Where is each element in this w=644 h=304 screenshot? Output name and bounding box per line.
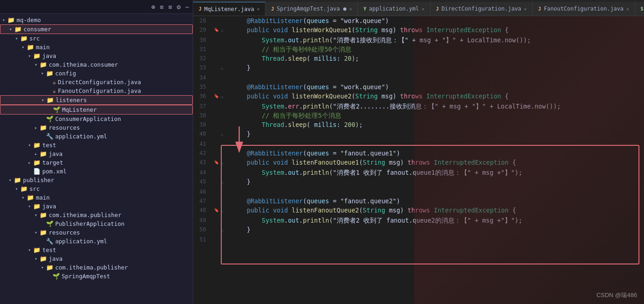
minimize-icon[interactable]: − (185, 3, 189, 11)
gutter-fold[interactable]: ◇ (221, 158, 230, 168)
line-content: public void listenFanoutQueue1(String ms… (230, 158, 644, 167)
tree-expand-arrow[interactable]: ▾ (13, 36, 20, 41)
tree-expand-arrow[interactable]: ▾ (39, 98, 46, 103)
tab-close-button[interactable]: ✕ (257, 6, 259, 11)
gutter-fold[interactable]: ◇ (221, 177, 230, 187)
tree-expand-arrow[interactable]: ▸ (26, 160, 33, 165)
fold-end-icon[interactable]: ◇ (221, 228, 223, 233)
tab-application-yml[interactable]: Y application.yml ✕ (358, 2, 430, 16)
folder-icon: 📁 (46, 264, 53, 271)
sidebar-item-src-p[interactable]: ▾📁src (0, 184, 193, 193)
sidebar-item-app-yaml-c[interactable]: 🔧application.yml (0, 132, 193, 141)
tab-FanoutConfiguration[interactable]: J FanoutConfiguration.java ✕ (533, 2, 635, 16)
tab-close-button[interactable]: ✕ (524, 6, 527, 11)
tree-expand-arrow[interactable]: ▾ (26, 53, 33, 58)
sidebar-item-publisher[interactable]: ▾📁publisher (0, 176, 193, 184)
sidebar-item-resources-p[interactable]: ▾📁resources (0, 228, 193, 237)
fold-icon[interactable]: ◇ (221, 161, 223, 166)
tree-expand-arrow[interactable]: ▾ (32, 62, 40, 67)
sidebar-item-test-c[interactable]: ▾📁test (0, 141, 193, 149)
gutter-bookmark[interactable]: 🔖 (212, 92, 221, 101)
sidebar-item-pom-c[interactable]: 📄pom.xml (0, 167, 193, 176)
gutter-bookmark[interactable]: 🔖 (212, 158, 221, 167)
tab-close-button[interactable]: ✕ (627, 6, 629, 11)
tab-close-button[interactable]: ✕ (422, 6, 425, 11)
sidebar-item-listeners[interactable]: ▾📁listeners (0, 95, 193, 105)
sidebar-item-consumer[interactable]: ▾📁consumer (0, 24, 193, 34)
sidebar-item-java-c[interactable]: ▾📁java (0, 52, 193, 60)
tree-expand-arrow[interactable]: ▾ (19, 195, 27, 200)
spring-icon: 🌱 (52, 273, 60, 280)
sidebar-item-app-yaml-p[interactable]: 🔧application.yml (0, 237, 193, 246)
tree-expand-arrow[interactable]: ▾ (32, 256, 40, 261)
sidebar-item-ConsumerApplication[interactable]: 🌱ConsumerApplication (0, 115, 193, 123)
tree-item-label: com.itheima.consumer (49, 61, 118, 68)
sidebar-item-MqListener[interactable]: 🌱MqListener (0, 105, 193, 115)
tree-expand-arrow[interactable]: ▸ (32, 151, 40, 156)
gutter-bookmark[interactable]: 🔖 (212, 206, 221, 215)
sidebar-item-FanoutConfiguration[interactable]: ☕FanoutConfiguration.java (0, 86, 193, 95)
sidebar-item-DirectConfiguration[interactable]: ☕DirectConfiguration.java (0, 78, 193, 86)
fold-end-icon[interactable]: ◇ (221, 132, 223, 137)
sidebar-item-com-c[interactable]: ▾📁com.itheima.consumer (0, 60, 193, 69)
sidebar-item-test-p[interactable]: ▾📁test (0, 246, 193, 254)
fold-icon[interactable]: ◇ (221, 29, 223, 33)
line-content: Thread.sleep( millis: 20); (230, 54, 644, 63)
fold-end-icon[interactable]: ◇ (221, 66, 223, 71)
fold-end-icon[interactable]: ◇ (221, 180, 223, 185)
yaml-icon: 🔧 (46, 238, 53, 245)
settings-icon[interactable]: ⚙ (177, 3, 180, 11)
bookmark-icon[interactable]: 🔖 (214, 206, 219, 215)
sidebar-item-PublisherApplication[interactable]: 🌱PublisherApplication (0, 219, 193, 228)
sidebar-item-java-p[interactable]: ▾📁java (0, 202, 193, 211)
gutter-fold[interactable]: ◇ (221, 92, 230, 102)
sidebar-item-src-c[interactable]: ▾📁src (0, 34, 193, 43)
expand-all-icon[interactable]: ≡ (168, 3, 172, 11)
gutter-bookmark[interactable]: 🔖 (212, 25, 221, 34)
sidebar-item-java-test-p[interactable]: ▾📁java (0, 254, 193, 263)
tab-close-button[interactable]: ✕ (349, 6, 352, 11)
sidebar-item-main-c[interactable]: ▾📁main (0, 43, 193, 52)
collapse-all-icon[interactable]: ≡ (160, 3, 163, 11)
tree-expand-arrow[interactable]: ▾ (26, 143, 33, 148)
sidebar-item-SpringAmqpTest[interactable]: 🌱SpringAmqpTest (0, 272, 193, 281)
sidebar-item-resources-c[interactable]: ▸📁resources (0, 123, 193, 132)
tree-expand-arrow[interactable]: ▾ (0, 17, 7, 23)
tree-expand-arrow[interactable]: ▾ (6, 178, 14, 183)
bookmark-icon[interactable]: 🔖 (214, 92, 219, 101)
gutter-fold[interactable]: ◇ (221, 206, 230, 216)
sidebar-item-com-p[interactable]: ▾📁com.itheima.publisher (0, 211, 193, 219)
sidebar-item-mq-demo[interactable]: ▾📁mq-demo (0, 16, 193, 24)
sidebar-item-main-p[interactable]: ▾📁main (0, 193, 193, 202)
gutter-fold[interactable]: ◇ (221, 225, 230, 235)
fold-icon[interactable]: ◇ (221, 95, 223, 99)
tree-expand-arrow[interactable]: ▾ (32, 230, 40, 235)
tab-SpringAmqpTest[interactable]: J SpringAmqpTest.java ● ✕ (265, 2, 358, 16)
bookmark-icon[interactable]: 🔖 (214, 25, 219, 34)
tree-expand-arrow[interactable]: ▾ (39, 265, 46, 270)
tree-expand-arrow[interactable]: ▾ (32, 212, 40, 218)
tab-DirectConfiguration[interactable]: J DirectConfiguration.java ✕ (431, 2, 533, 16)
fold-icon[interactable]: ◇ (221, 209, 223, 213)
gutter-fold[interactable]: ◇ (221, 63, 230, 73)
sidebar-item-com-pub-test[interactable]: ▾📁com.itheima.publisher (0, 263, 193, 272)
tree-expand-arrow[interactable]: ▾ (26, 247, 33, 252)
tab-MqListener[interactable]: J MqListener.java ✕ (193, 2, 265, 16)
gutter-fold[interactable]: ◇ (221, 129, 230, 139)
tree-expand-arrow[interactable]: ▾ (13, 186, 20, 191)
tab-ConsumerApplication[interactable]: S ConsumerApplication... ✕ (635, 2, 644, 16)
folder-icon: 📁 (46, 70, 53, 77)
line-content: @RabbitListener(queues = "work.queue") (230, 82, 644, 92)
sidebar-item-config[interactable]: ▾📁config (0, 69, 193, 78)
bookmark-icon[interactable]: 🔖 (214, 158, 219, 167)
tree-expand-arrow[interactable]: ▾ (19, 45, 27, 50)
tree-expand-arrow[interactable]: ▾ (7, 27, 14, 32)
code-content-area[interactable]: 28 @RabbitListener(queues = "work.queue"… (193, 16, 644, 304)
gutter-fold[interactable]: ◇ (221, 25, 230, 35)
tree-expand-arrow[interactable]: ▸ (32, 125, 40, 130)
tree-expand-arrow[interactable]: ▾ (39, 71, 46, 76)
add-icon[interactable]: ⊕ (151, 3, 155, 11)
sidebar-item-java-test-c[interactable]: ▸📁java (0, 149, 193, 158)
sidebar-item-target-c[interactable]: ▸📁target (0, 158, 193, 167)
tree-expand-arrow[interactable]: ▾ (26, 204, 33, 209)
